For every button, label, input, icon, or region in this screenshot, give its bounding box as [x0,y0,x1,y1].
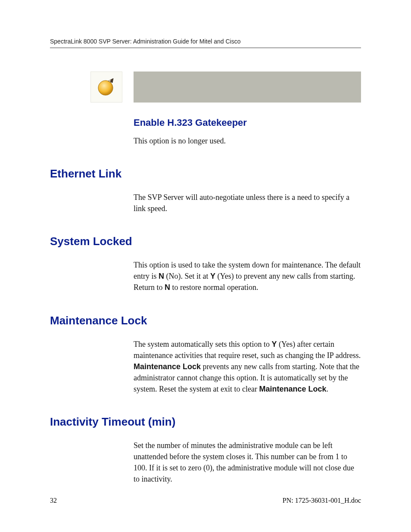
para-ethernet: The SVP Server will auto-negotiate unles… [134,192,361,214]
para-inactivity-timeout: Set the number of minutes the administra… [134,440,361,485]
para-gatekeeper: This option is no longer used. [134,135,361,146]
svg-point-0 [98,81,113,95]
footer: 32 PN: 1725-36031-001_H.doc [50,497,361,504]
part-number: PN: 1725-36031-001_H.doc [283,497,361,504]
point-icon [90,72,122,103]
para-system-locked: This option is used to take the system d… [134,259,361,293]
heading-maintenance-lock: Maintenance Lock [50,314,361,327]
page-number: 32 [50,497,57,504]
heading-ethernet: Ethernet Link [50,167,361,180]
para-maintenance-lock: The system automatically sets this optio… [134,339,361,395]
callout-bar [134,72,361,103]
heading-gatekeeper: Enable H.323 Gatekeeper [134,117,361,128]
callout-row [90,72,361,103]
heading-inactivity-timeout: Inactivity Timeout (min) [50,415,361,429]
heading-system-locked: System Locked [50,235,361,248]
running-header: SpectraLink 8000 SVP Server: Administrat… [50,38,361,48]
